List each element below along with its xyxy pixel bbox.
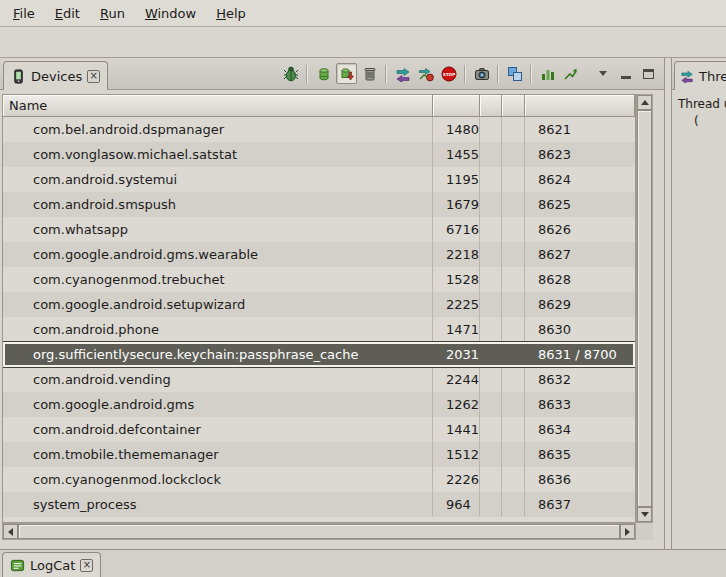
update-heap-icon[interactable] [313,63,334,84]
table-row[interactable]: com.cyanogenmod.lockclock 22265 8636 [3,467,635,492]
process-table-body: com.bel.android.dspmanager 1480 8621 com… [3,117,635,517]
table-row[interactable]: com.google.android.gms 12623 8633 [3,392,635,417]
cause-gc-icon[interactable] [359,63,380,84]
empty-cell [502,192,525,217]
column-header-pid[interactable] [433,95,480,117]
column-header-name[interactable]: Name [3,95,433,117]
table-row[interactable]: com.google.android.gms.wearable 22185 86… [3,242,635,267]
table-row[interactable]: com.vonglasow.michael.satstat 14553 8623 [3,142,635,167]
empty-cell [502,242,525,267]
toolbar-separator [464,65,466,83]
devices-tab-label: Devices [31,69,82,84]
empty-cell [480,492,502,517]
process-port: 8629 [525,292,635,317]
menubar: File Edit Run Window Help [0,0,726,27]
column-header-empty-2[interactable] [502,95,525,117]
table-row[interactable]: com.tmobile.thememanager 1512 8635 [3,442,635,467]
threads-message-line2: ( [678,113,726,130]
toolbar-separator [497,65,499,83]
table-row[interactable]: com.bel.android.dspmanager 1480 8621 [3,117,635,142]
process-port: 8625 [525,192,635,217]
start-method-profiling-icon[interactable] [415,63,436,84]
threads-tab-label: Threa [699,69,726,84]
process-name: com.google.android.setupwizard [3,292,433,317]
empty-cell [502,217,525,242]
menu-edit[interactable]: Edit [45,2,90,25]
vertical-scroll-thumb[interactable] [637,110,652,507]
toolbar-separator [385,65,387,83]
tab-logcat[interactable]: LogCat × [2,552,101,577]
process-port: 8624 [525,167,635,192]
empty-cell [480,192,502,217]
menu-file[interactable]: File [3,2,45,25]
opengl-trace-icon[interactable] [560,63,581,84]
horizontal-scrollbar[interactable] [2,523,636,540]
update-threads-icon[interactable] [392,63,413,84]
column-header-port[interactable] [525,95,635,117]
process-pid: 1195 [433,167,480,192]
table-row[interactable]: com.android.smspush 1679 8625 [3,192,635,217]
process-port: 8632 [525,367,635,392]
column-header-empty-1[interactable] [480,95,502,117]
empty-cell [480,292,502,317]
table-row[interactable]: org.sufficientlysecure.keychain:passphra… [3,342,635,367]
devices-pane-header: Devices × [0,58,664,90]
scroll-up-icon[interactable] [637,95,652,110]
devices-pane: Devices × [0,58,665,549]
empty-cell [502,142,525,167]
logcat-bar: LogCat × [0,549,726,577]
scroll-down-icon[interactable] [637,507,652,522]
empty-cell [480,317,502,342]
systrace-icon[interactable] [537,63,558,84]
table-row[interactable]: com.android.phone 1471 8630 [3,317,635,342]
main-toolbar-empty [0,27,726,58]
table-row[interactable]: com.android.defcontainer 14411 8634 [3,417,635,442]
dump-hprof-icon[interactable] [336,63,357,84]
horizontal-scroll-thumb[interactable] [18,524,620,539]
process-name: com.cyanogenmod.lockclock [3,467,433,492]
tab-devices[interactable]: Devices × [3,61,108,90]
empty-cell [480,342,502,367]
view-menu-icon[interactable] [592,63,613,84]
scroll-left-icon[interactable] [3,524,18,539]
table-row[interactable]: system_process 964 8637 [3,492,635,517]
menu-window[interactable]: Window [135,2,206,25]
process-pid: 1528 [433,267,480,292]
table-row[interactable]: com.android.vending 22440 8632 [3,367,635,392]
maximize-icon[interactable] [638,63,659,84]
minimize-icon[interactable] [615,63,636,84]
threads-pane-header: Threa [672,58,726,90]
close-icon[interactable]: × [80,559,93,572]
threads-icon [680,69,694,83]
logcat-icon [10,558,25,573]
empty-cell [480,242,502,267]
vertical-scrollbar[interactable] [636,94,653,523]
threads-pane: Threa Thread up ( [671,58,726,549]
process-port: 8627 [525,242,635,267]
menu-help[interactable]: Help [206,2,256,25]
devices-toolbar: STOP [280,63,659,84]
tab-threads[interactable]: Threa [674,61,726,90]
process-pid: 1512 [433,442,480,467]
menu-run[interactable]: Run [90,2,135,25]
process-name: com.google.android.gms [3,392,433,417]
debug-process-icon[interactable] [280,63,301,84]
process-port: 8628 [525,267,635,292]
table-row[interactable]: com.cyanogenmod.trebuchet 1528 8628 [3,267,635,292]
stop-process-icon[interactable]: STOP [438,63,459,84]
table-row[interactable]: com.google.android.setupwizard 22250 862… [3,292,635,317]
empty-cell [502,292,525,317]
table-row[interactable]: com.android.systemui 1195 8624 [3,167,635,192]
empty-cell [480,467,502,492]
empty-cell [502,267,525,292]
screen-capture-icon[interactable] [471,63,492,84]
scroll-right-icon[interactable] [620,524,635,539]
close-icon[interactable]: × [87,70,100,83]
empty-cell [480,117,502,142]
process-port: 8631 / 8700 [525,342,635,367]
table-header: Name [3,95,635,117]
logcat-tab-label: LogCat [30,558,75,573]
table-row[interactable]: com.whatsapp 6716 8626 [3,217,635,242]
ui-automator-icon[interactable] [504,63,525,84]
empty-cell [502,467,525,492]
